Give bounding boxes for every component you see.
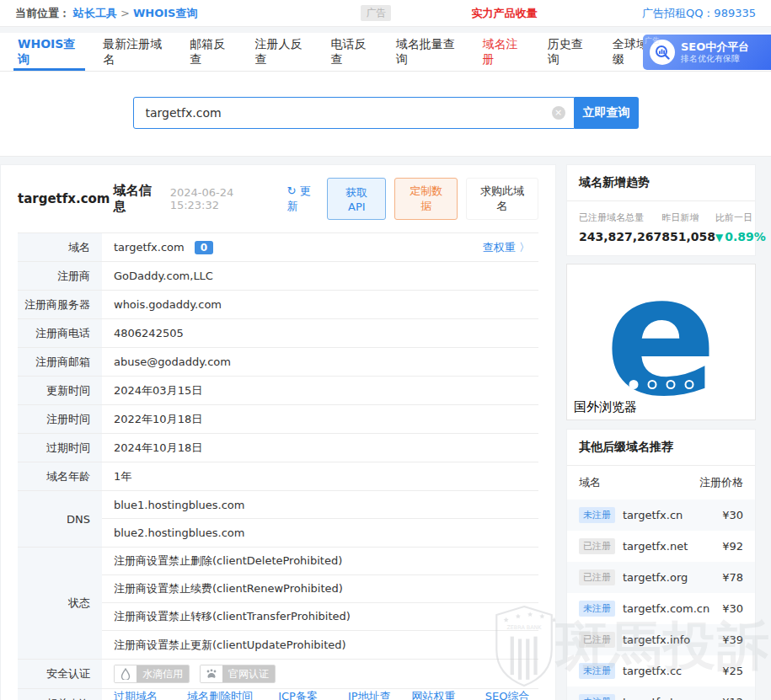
- suggestion-row[interactable]: 未注册targetfx.cc¥25: [567, 655, 755, 687]
- paw-icon: [201, 665, 222, 682]
- related-query-link[interactable]: 域名删除时间查询: [187, 689, 258, 700]
- seo-platform-ad[interactable]: 广告 SEO中介平台 排名优化有保障: [643, 35, 771, 70]
- custom-data-button[interactable]: 定制数据: [394, 178, 458, 220]
- related-query-link[interactable]: 过期域名查询: [114, 689, 167, 700]
- clear-input-icon[interactable]: ×: [552, 106, 565, 120]
- column-domain: 域名: [579, 475, 601, 490]
- carousel-dot[interactable]: [629, 380, 638, 389]
- row-value-text: 2024年10月18日: [114, 441, 202, 456]
- water-drop-icon: [115, 665, 137, 682]
- related-query-link[interactable]: ICP备案查询: [278, 689, 328, 700]
- nav-item[interactable]: 电话反查: [320, 33, 385, 71]
- row-label: 更新时间: [18, 377, 102, 404]
- table-row: 相关查询过期域名查询|域名删除时间查询|ICP备案查询|IP地址查询|网站权重查…: [18, 689, 538, 700]
- row-value: blue2.hostingblues.com: [102, 519, 538, 547]
- nav-item[interactable]: 最新注册域名: [92, 33, 179, 71]
- register-price: ¥12: [722, 696, 743, 700]
- suggestions-list: 未注册targetfx.cn¥30已注册targetfx.net¥92已注册ta…: [567, 500, 755, 700]
- row-label: 状态: [18, 548, 102, 659]
- breadcrumb-separator: >: [120, 7, 130, 19]
- domain-trend-card: 域名新增趋势 已注册域名总量243,827,267昨日新增851,058比前一日…: [566, 164, 756, 256]
- status-badge: 已注册: [579, 632, 615, 648]
- table-row: 域名年龄1年: [18, 462, 538, 491]
- stat-value: ▼0.89%: [715, 230, 766, 243]
- trend-stats: 已注册域名总量243,827,267昨日新增851,058比前一日▼0.89%: [567, 201, 755, 255]
- breadcrumb-link-whois[interactable]: WHOIS查询: [133, 6, 197, 21]
- search-section: × 立即查询: [0, 72, 771, 156]
- edge-browser-logo: e: [605, 264, 717, 419]
- ad-link-text[interactable]: 实力产品收量: [471, 6, 537, 21]
- suggested-domain: targetfx.org: [623, 571, 688, 584]
- ad-badge: 广告: [361, 5, 391, 21]
- suggested-domain: targetfx.cn: [623, 509, 683, 521]
- buy-domain-button[interactable]: 求购此域名: [466, 178, 538, 220]
- official-site-badge[interactable]: 官网认证: [200, 665, 276, 683]
- trend-card-title: 域名新增趋势: [567, 165, 755, 201]
- nav-item[interactable]: 邮箱反查: [179, 33, 244, 71]
- count-badge: 0: [195, 241, 213, 254]
- nav-item[interactable]: 域名批量查询: [385, 33, 472, 71]
- table-row: 注册时间2022年10月18日: [18, 405, 538, 434]
- row-label: 过期时间: [18, 434, 102, 462]
- trend-stat: 昨日新增851,058: [661, 211, 715, 243]
- suggestion-row[interactable]: 已注册targetfx.info¥39: [567, 624, 755, 655]
- row-label: 注册商电话: [18, 319, 102, 347]
- suggestion-row[interactable]: 未注册targetfx.com.cn¥30: [567, 593, 755, 624]
- stat-value: 851,058: [661, 230, 715, 243]
- suggestions-title: 其他后缀域名推荐: [567, 430, 755, 466]
- row-value: 注册商设置禁止续费(clientRenewProhibited): [102, 575, 538, 603]
- related-query-link[interactable]: 网站权重查询: [412, 689, 465, 700]
- ad-rent-qq[interactable]: 广告招租QQ：989335: [642, 6, 756, 21]
- nav-item[interactable]: 历史查询: [537, 33, 602, 71]
- get-api-button[interactable]: 获取API: [327, 178, 386, 220]
- whois-result-card: targetfx.com 域名信息 2024-06-24 15:23:32 ↻ …: [0, 164, 556, 700]
- suggestion-row[interactable]: 未注册targetfx.cn¥30: [567, 500, 755, 531]
- refresh-link[interactable]: ↻ 更新: [287, 184, 319, 214]
- row-value-text: 4806242505: [114, 327, 184, 339]
- trend-stat: 比前一日▼0.89%: [715, 211, 766, 243]
- query-now-button[interactable]: 立即查询: [575, 97, 639, 129]
- nav-item[interactable]: WHOIS查询: [7, 33, 92, 71]
- suggested-domain: targetfx.cc: [623, 665, 682, 677]
- carousel-dot[interactable]: [647, 380, 656, 389]
- water-credit-badge[interactable]: 水滴信用: [114, 665, 190, 683]
- domain-search-input[interactable]: [134, 98, 574, 128]
- row-value: 2024年10月18日: [102, 434, 538, 462]
- row-value: 2022年10月18日: [102, 405, 538, 433]
- register-price: ¥78: [722, 571, 743, 584]
- carousel-dot[interactable]: [684, 380, 693, 389]
- breadcrumb-link-tools[interactable]: 站长工具: [73, 6, 117, 21]
- row-links: 过期域名查询|域名删除时间查询|ICP备案查询|IP地址查询|网站权重查询|SE…: [102, 689, 538, 700]
- suggested-domain: targetfx.top: [623, 696, 688, 700]
- row-value: 1年: [102, 462, 538, 490]
- sidebar: 域名新增趋势 已注册域名总量243,827,267昨日新增851,058比前一日…: [566, 164, 756, 700]
- row-value: 注册商设置禁止删除(clientDeleteProhibited): [102, 548, 538, 575]
- refresh-icon: ↻: [287, 184, 297, 197]
- row-value: 注册商设置禁止转移(clientTransferProhibited): [102, 603, 538, 631]
- check-weight-link[interactable]: 查权重 〉: [483, 240, 530, 255]
- table-row: 注册商电话4806242505: [18, 319, 538, 348]
- related-query-link[interactable]: SEO综合查询: [485, 689, 538, 700]
- nav-item[interactable]: 注册人反查: [244, 33, 319, 71]
- cert-label: 官网认证: [222, 665, 275, 682]
- register-price: ¥30: [722, 602, 743, 615]
- carousel-dot[interactable]: [666, 380, 675, 389]
- down-arrow-icon: ▼: [715, 232, 723, 243]
- table-row: 安全认证水滴信用官网认证: [18, 660, 538, 689]
- table-row: 过期时间2024年10月18日: [18, 434, 538, 462]
- row-value: targetfx.com0查权重 〉: [102, 233, 538, 261]
- suggestion-row[interactable]: 未注册targetfx.top¥12: [567, 687, 755, 700]
- seo-ad-title: SEO中介平台: [681, 40, 749, 54]
- suggestions-column-headers: 域名 注册价格: [567, 466, 755, 500]
- stat-value: 243,827,267: [579, 230, 661, 243]
- suggestion-row[interactable]: 已注册targetfx.org¥78: [567, 562, 755, 593]
- table-row: 状态注册商设置禁止删除(clientDeleteProhibited)注册商设置…: [18, 548, 538, 660]
- related-query-link[interactable]: IP地址查询: [348, 689, 391, 700]
- row-value-text: abuse@godaddy.com: [114, 355, 231, 368]
- suggestion-row[interactable]: 已注册targetfx.net¥92: [567, 531, 755, 562]
- nav-item[interactable]: 域名注册: [472, 33, 537, 71]
- row-value-text: 1年: [114, 469, 131, 484]
- nav-search-panel: WHOIS查询最新注册域名邮箱反查注册人反查电话反查域名批量查询域名注册历史查询…: [0, 33, 771, 157]
- browser-ad-banner[interactable]: e 国外浏览器: [566, 264, 756, 420]
- status-badge: 已注册: [579, 569, 615, 585]
